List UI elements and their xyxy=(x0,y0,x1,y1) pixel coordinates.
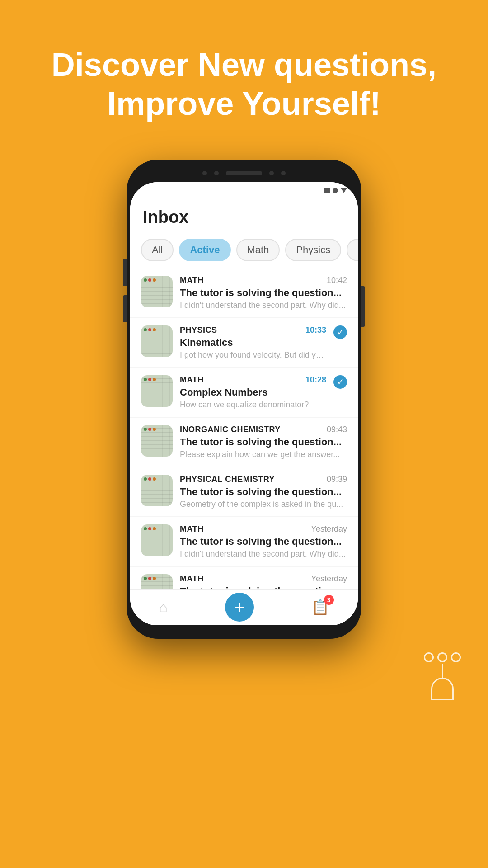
inbox-badge: 3 xyxy=(324,595,334,605)
hero-headline: Discover New questions, Improve Yourself… xyxy=(0,45,488,123)
dot-2 xyxy=(214,171,219,175)
message-top-row: MATH Yesterday xyxy=(180,574,347,584)
message-item[interactable]: MATH 10:42 The tutor is solving the ques… xyxy=(130,269,358,317)
check-icon: ✓ xyxy=(333,375,347,389)
message-body: MATH 10:28 Complex Numbers How can we eq… xyxy=(180,375,326,410)
message-thumbnail xyxy=(141,326,173,357)
inbox-button[interactable]: 📋 3 xyxy=(311,599,329,616)
phone-screen: Inbox All Active Math Physics Ph... xyxy=(130,182,358,625)
message-time: 10:28 xyxy=(305,375,326,385)
message-preview: I didn't understand the second part. Why… xyxy=(180,549,347,559)
message-top-row: MATH 10:42 xyxy=(180,276,347,285)
logo-stick xyxy=(442,664,443,678)
dot-4 xyxy=(281,171,286,175)
power-button xyxy=(361,286,365,327)
message-top-row: PHYSICS 10:33 xyxy=(180,326,326,335)
message-thumbnail xyxy=(141,425,173,457)
message-title: Kinematics xyxy=(180,337,326,349)
battery-icon xyxy=(341,188,347,193)
message-title: The tutor is solving the question... xyxy=(180,585,347,589)
bottom-logo xyxy=(424,652,461,700)
message-body: MATH Yesterday The tutor is solving the … xyxy=(180,524,347,559)
dot-1 xyxy=(202,171,207,175)
message-top-row: MATH 10:28 xyxy=(180,375,326,385)
phone-mockup: Inbox All Active Math Physics Ph... xyxy=(127,160,361,639)
message-item[interactable]: MATH 10:28 Complex Numbers How can we eq… xyxy=(130,368,358,417)
logo-circle-1 xyxy=(424,652,434,662)
message-title: The tutor is solving the question... xyxy=(180,436,347,448)
message-thumbnail xyxy=(141,574,173,589)
signal-icon xyxy=(333,188,338,193)
message-time: 10:33 xyxy=(305,326,326,335)
phone-frame: Inbox All Active Math Physics Ph... xyxy=(127,160,361,639)
message-preview: Please explain how can we get the answer… xyxy=(180,450,347,459)
app-content: Inbox All Active Math Physics Ph... xyxy=(130,198,358,625)
filter-row: All Active Math Physics Ph... xyxy=(130,231,358,269)
message-subject: PHYSICAL CHEMISTRY xyxy=(180,475,275,484)
message-thumbnail xyxy=(141,276,173,307)
message-list: MATH 10:42 The tutor is solving the ques… xyxy=(130,269,358,589)
logo-circles xyxy=(424,652,461,662)
filter-all[interactable]: All xyxy=(141,239,174,261)
bottom-nav: ⌂ + 📋 3 xyxy=(130,589,358,625)
check-icon: ✓ xyxy=(333,326,347,339)
status-bar xyxy=(130,182,358,198)
message-item[interactable]: INORGANIC CHEMISTRY 09:43 The tutor is s… xyxy=(130,418,358,467)
wifi-icon xyxy=(324,188,330,193)
phone-dots xyxy=(202,171,286,175)
message-body: PHYSICAL CHEMISTRY 09:39 The tutor is so… xyxy=(180,475,347,509)
message-top-row: PHYSICAL CHEMISTRY 09:39 xyxy=(180,475,347,484)
message-title: The tutor is solving the question... xyxy=(180,486,347,498)
filter-more[interactable]: Ph... xyxy=(347,239,358,261)
message-time: 09:43 xyxy=(327,425,347,434)
message-body: MATH Yesterday The tutor is solving the … xyxy=(180,574,347,589)
message-thumbnail xyxy=(141,375,173,407)
message-preview: I got how you found velocity. But did yo… xyxy=(180,350,326,360)
filter-physics[interactable]: Physics xyxy=(285,239,341,261)
message-body: MATH 10:42 The tutor is solving the ques… xyxy=(180,276,347,310)
phone-top-bar xyxy=(127,160,361,182)
message-top-row: MATH Yesterday xyxy=(180,524,347,534)
logo-circle-3 xyxy=(451,652,461,662)
message-preview: I didn't understand the second part. Why… xyxy=(180,301,347,310)
filter-math[interactable]: Math xyxy=(236,239,280,261)
message-title: Complex Numbers xyxy=(180,387,326,398)
message-item[interactable]: PHYSICS 10:33 Kinematics I got how you f… xyxy=(130,318,358,367)
home-icon[interactable]: ⌂ xyxy=(159,599,167,616)
volume-up-button xyxy=(123,259,127,286)
message-item[interactable]: MATH Yesterday The tutor is solving the … xyxy=(130,517,358,566)
message-time: Yesterday xyxy=(311,574,347,584)
message-body: INORGANIC CHEMISTRY 09:43 The tutor is s… xyxy=(180,425,347,459)
inbox-title: Inbox xyxy=(143,208,345,227)
message-right: ✓ xyxy=(333,326,347,339)
message-subject: PHYSICS xyxy=(180,326,217,335)
add-button[interactable]: + xyxy=(225,593,254,622)
message-subject: MATH xyxy=(180,574,204,584)
message-body: PHYSICS 10:33 Kinematics I got how you f… xyxy=(180,326,326,360)
message-preview: Geometry of the complex is asked in the … xyxy=(180,500,347,509)
message-subject: MATH xyxy=(180,375,204,385)
logo-circle-2 xyxy=(437,652,447,662)
message-thumbnail xyxy=(141,524,173,556)
message-title: The tutor is solving the question... xyxy=(180,287,347,299)
speaker xyxy=(226,171,262,175)
logo-base xyxy=(431,678,454,700)
message-time: 10:42 xyxy=(327,276,347,285)
dot-3 xyxy=(269,171,274,175)
message-subject: MATH xyxy=(180,276,204,285)
filter-active[interactable]: Active xyxy=(179,239,230,261)
message-item[interactable]: MATH Yesterday The tutor is solving the … xyxy=(130,567,358,589)
message-time: Yesterday xyxy=(311,524,347,534)
inbox-header: Inbox xyxy=(130,198,358,231)
message-top-row: INORGANIC CHEMISTRY 09:43 xyxy=(180,425,347,434)
message-item[interactable]: PHYSICAL CHEMISTRY 09:39 The tutor is so… xyxy=(130,467,358,516)
status-icons xyxy=(324,188,347,193)
message-subject: INORGANIC CHEMISTRY xyxy=(180,425,281,434)
message-right: ✓ xyxy=(333,375,347,389)
message-subject: MATH xyxy=(180,524,204,534)
message-preview: How can we equalize denominator? xyxy=(180,400,326,410)
message-thumbnail xyxy=(141,475,173,506)
message-time: 09:39 xyxy=(327,475,347,484)
message-title: The tutor is solving the question... xyxy=(180,536,347,547)
volume-down-button xyxy=(123,295,127,322)
